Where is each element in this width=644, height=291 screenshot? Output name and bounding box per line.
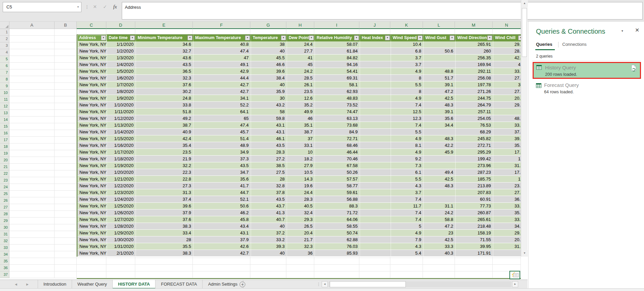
- panel-options-chevron-down-icon[interactable]: ▾: [621, 29, 623, 33]
- filter-button[interactable]: ▼: [518, 35, 521, 40]
- column-header-D[interactable]: D: [106, 22, 135, 29]
- row-header-33[interactable]: 33: [0, 245, 9, 251]
- tab-connections[interactable]: Connections: [562, 42, 586, 47]
- row-header-34[interactable]: 34: [0, 251, 9, 258]
- row-header-10[interactable]: 10: [0, 90, 9, 96]
- row-header-3[interactable]: 3: [0, 42, 9, 49]
- row-header-32[interactable]: 32: [0, 238, 9, 245]
- filter-button[interactable]: ▼: [187, 35, 192, 40]
- name-box[interactable]: C5 ▾: [3, 2, 81, 12]
- row-header-37[interactable]: 37: [0, 271, 9, 278]
- row-header-4[interactable]: 4: [0, 49, 9, 56]
- row-header-12[interactable]: 12: [0, 103, 9, 110]
- table-row: New York, NY1/13/202038.747.443.135.173.…: [77, 122, 521, 129]
- column-header-J[interactable]: J: [359, 22, 390, 29]
- scroll-up-icon[interactable]: ▲: [521, 0, 528, 7]
- query-item-forecast-query[interactable]: Forecast Query64 rows loaded.: [533, 80, 641, 97]
- filter-button[interactable]: ▼: [281, 35, 286, 40]
- vertical-scrollbar[interactable]: ▲ ▼: [521, 0, 528, 257]
- hscroll-left-icon[interactable]: ◄: [322, 281, 328, 287]
- filter-button[interactable]: ▼: [354, 35, 359, 40]
- tab-scroll-divider[interactable]: ⋮: [317, 280, 321, 289]
- column-header-H[interactable]: H: [286, 22, 314, 29]
- name-box-dropdown-icon[interactable]: ▾: [77, 2, 79, 12]
- sheet-nav-left-icon[interactable]: ◄: [14, 280, 18, 289]
- row-header-23[interactable]: 23: [0, 177, 9, 184]
- column-header-M[interactable]: M: [455, 22, 493, 29]
- column-header-K[interactable]: K: [390, 22, 423, 29]
- formula-input[interactable]: Address: [122, 2, 643, 20]
- filter-button[interactable]: ▼: [101, 35, 106, 40]
- row-header-22[interactable]: 22: [0, 170, 9, 177]
- row-header-15[interactable]: 15: [0, 123, 9, 130]
- row-header-26[interactable]: 26: [0, 197, 9, 204]
- row-header-5[interactable]: 5: [0, 56, 9, 63]
- column-header-I[interactable]: I: [314, 22, 359, 29]
- row-header-6[interactable]: 6: [0, 63, 9, 69]
- quick-analysis-button[interactable]: ⚡: [509, 271, 520, 279]
- row-header-14[interactable]: 14: [0, 117, 9, 123]
- row-header-2[interactable]: 2: [0, 36, 9, 42]
- panel-close-icon[interactable]: ✕: [635, 27, 639, 33]
- filter-button[interactable]: ▼: [418, 35, 423, 40]
- sheet-tab-weather-query[interactable]: Weather Query: [72, 280, 113, 289]
- column-header-E[interactable]: E: [135, 22, 193, 29]
- scroll-down-icon[interactable]: ▼: [521, 250, 528, 257]
- horizontal-scrollbar[interactable]: [328, 281, 511, 287]
- column-header-G[interactable]: G: [250, 22, 286, 29]
- row-header-25[interactable]: 25: [0, 191, 9, 197]
- row-header-35[interactable]: 35: [0, 258, 9, 265]
- filter-button[interactable]: ▼: [385, 35, 390, 40]
- column-header-C[interactable]: C: [77, 22, 106, 29]
- sheet-tab-history-data[interactable]: HISTORY DATA: [113, 280, 156, 289]
- row-header-1[interactable]: 1: [0, 29, 9, 36]
- sheet-tab-forecast-data[interactable]: FORECAST DATA: [155, 280, 203, 289]
- column-header-B[interactable]: B: [55, 22, 77, 29]
- row-header-18[interactable]: 18: [0, 143, 9, 150]
- column-header-F[interactable]: F: [193, 22, 250, 29]
- enter-icon[interactable]: ✓: [100, 2, 110, 12]
- insert-function-icon[interactable]: fx: [110, 2, 120, 12]
- column-header-N[interactable]: N: [493, 22, 521, 29]
- row-header-27[interactable]: 27: [0, 204, 9, 211]
- row-header-20[interactable]: 20: [0, 157, 9, 164]
- filter-button[interactable]: ▼: [245, 35, 250, 40]
- row-header-13[interactable]: 13: [0, 110, 9, 117]
- row-header-19[interactable]: 19: [0, 150, 9, 157]
- row-header-36[interactable]: 36: [0, 265, 9, 271]
- query-item-history-query[interactable]: History Query200 rows loaded.: [533, 62, 641, 79]
- row-header-8[interactable]: 8: [0, 76, 9, 83]
- filter-button[interactable]: ▼: [130, 35, 135, 40]
- row-header-7[interactable]: 7: [0, 69, 9, 76]
- column-header-L[interactable]: L: [423, 22, 455, 29]
- row-header-21[interactable]: 21: [0, 164, 9, 170]
- vertical-scroll-thumb[interactable]: [522, 8, 527, 57]
- hscroll-right-icon[interactable]: ►: [512, 281, 518, 287]
- sheet-tab-introduction[interactable]: Introduction: [38, 280, 72, 289]
- table-cell: 4.9: [391, 149, 424, 156]
- filter-button[interactable]: ▼: [450, 35, 455, 40]
- sheet-nav-right-icon[interactable]: ►: [26, 280, 29, 289]
- row-header-16[interactable]: 16: [0, 130, 9, 137]
- table-cell: 59.61: [315, 189, 360, 196]
- filter-button[interactable]: ▼: [487, 35, 492, 40]
- formula-bar-handle[interactable]: ⋮: [85, 3, 89, 11]
- row-header-28[interactable]: 28: [0, 211, 9, 218]
- filter-button[interactable]: ▼: [309, 35, 314, 40]
- horizontal-scroll-thumb[interactable]: [330, 281, 406, 287]
- row-header-11[interactable]: 11: [0, 96, 9, 103]
- row-header-29[interactable]: 29: [0, 218, 9, 224]
- row-header-31[interactable]: 31: [0, 231, 9, 238]
- row-header-24[interactable]: 24: [0, 184, 9, 191]
- tab-queries[interactable]: Queries: [536, 42, 552, 47]
- row-header-9[interactable]: 9: [0, 83, 9, 90]
- column-header-A[interactable]: A: [9, 22, 55, 29]
- sheet-tab-admin-settings[interactable]: Admin Settings: [203, 280, 243, 289]
- select-all-corner[interactable]: [0, 22, 9, 29]
- table-cell: 17.: [493, 169, 521, 176]
- row-header-17[interactable]: 17: [0, 137, 9, 143]
- cancel-icon[interactable]: ✕: [90, 2, 100, 12]
- add-sheet-button[interactable]: +: [240, 282, 245, 287]
- row-header-30[interactable]: 30: [0, 224, 9, 231]
- table-cell: 43.5: [251, 142, 287, 149]
